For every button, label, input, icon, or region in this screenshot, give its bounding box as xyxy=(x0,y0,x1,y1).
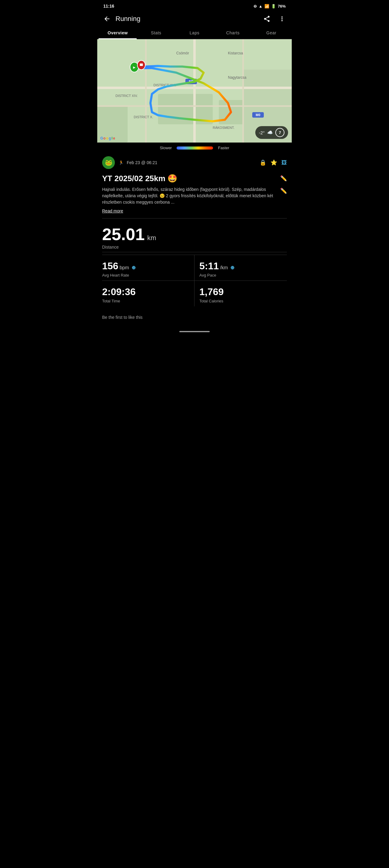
svg-text:e: e xyxy=(113,136,115,141)
heart-rate-unit: bpm xyxy=(120,265,129,271)
avatar: 🐸 xyxy=(102,156,115,169)
svg-text:Kistarcsa: Kistarcsa xyxy=(228,51,243,55)
edit-title-icon[interactable]: ✏️ xyxy=(280,175,287,182)
heart-rate-cell: 156 bpm ⊕ Avg Heart Rate xyxy=(102,255,195,281)
page-title: Running xyxy=(116,15,140,23)
like-section: Be the first to like this xyxy=(97,309,292,329)
distance-stat: 25.01 km Distance xyxy=(97,219,292,252)
activity-row: 🐸 🏃 Feb 23 @ 06:21 🔒 ⭐ 🖼 xyxy=(97,153,292,172)
star-icon[interactable]: ⭐ xyxy=(270,159,277,166)
calories-value-row: 1,769 xyxy=(199,286,287,298)
heart-rate-label: Avg Heart Rate xyxy=(102,273,189,277)
svg-text:M0: M0 xyxy=(256,113,260,117)
home-indicator xyxy=(179,331,210,332)
speed-bar-row: Slower Faster xyxy=(97,143,292,153)
slower-label: Slower xyxy=(160,146,172,150)
time-cell: 2:09:36 Total Time xyxy=(102,281,195,306)
svg-text:DISTRICT X.: DISTRICT X. xyxy=(134,115,153,119)
pace-unit: /km xyxy=(220,265,228,271)
time-value-row: 2:09:36 xyxy=(102,286,189,298)
activity-meta: 🏃 Feb 23 @ 06:21 xyxy=(119,160,256,165)
stats-grid: 156 bpm ⊕ Avg Heart Rate 5:11 /km ⊕ Avg … xyxy=(97,252,292,309)
time: 11:16 xyxy=(103,4,114,8)
tab-charts[interactable]: Charts xyxy=(214,27,252,39)
pace-cell: 5:11 /km ⊕ Avg Pace xyxy=(195,255,287,281)
read-more-link[interactable]: Read more xyxy=(97,207,292,218)
edit-description-icon[interactable]: ✏️ xyxy=(280,188,287,194)
header-left: Running xyxy=(102,14,140,24)
battery-percent: 76% xyxy=(278,4,286,8)
more-button[interactable] xyxy=(277,14,287,24)
signal-icon: 📶 xyxy=(264,4,269,8)
svg-rect-27 xyxy=(140,64,143,66)
time-label: Total Time xyxy=(102,299,189,303)
calories-value: 1,769 xyxy=(199,286,224,298)
run-icon: 🏃 xyxy=(119,160,124,165)
header-right xyxy=(262,14,287,24)
heart-rate-icon: ⊕ xyxy=(132,265,135,271)
add-photo-icon[interactable]: 🖼 xyxy=(282,160,287,166)
faster-label: Faster xyxy=(218,146,229,150)
distance-value-row: 25.01 km xyxy=(102,226,287,243)
weather-overlay: -2° ☁️ 7 xyxy=(255,126,288,139)
pace-value: 5:11 xyxy=(199,260,219,272)
status-bar: 11:16 ⊖ ▲ 📶 🔋 76% xyxy=(97,0,292,11)
tab-bar: Overview Stats Laps Charts Gear xyxy=(97,27,292,39)
pace-icon: ⊕ xyxy=(230,265,234,271)
svg-text:l: l xyxy=(111,136,112,141)
dnd-icon: ⊖ xyxy=(254,4,257,8)
status-icons: ⊖ ▲ 📶 🔋 76% xyxy=(254,4,286,8)
speed-gradient xyxy=(176,147,213,150)
distance-label: Distance xyxy=(102,245,287,250)
svg-text:DISTRICT XIV.: DISTRICT XIV. xyxy=(116,94,138,98)
map-view[interactable]: M0 M0 Csömör Kistarcsa Nagytarcsa DISTRI… xyxy=(97,39,292,143)
distance-value: 25.01 xyxy=(102,225,145,244)
activity-description: Hajnali indulás. Erősen felhős, száraz h… xyxy=(102,186,280,206)
svg-text:o: o xyxy=(103,136,105,141)
calories-label: Total Calories xyxy=(199,299,287,303)
weather-icon: ☁️ xyxy=(267,130,273,135)
time-value: 2:09:36 xyxy=(102,286,135,298)
svg-text:g: g xyxy=(109,136,111,141)
tab-overview[interactable]: Overview xyxy=(98,27,137,39)
svg-text:G: G xyxy=(100,136,103,141)
svg-text:RÁKOSMENT.: RÁKOSMENT. xyxy=(213,126,235,129)
temperature: -2° xyxy=(259,130,265,135)
svg-text:o: o xyxy=(106,136,108,141)
tab-gear[interactable]: Gear xyxy=(252,27,291,39)
activity-date: Feb 23 @ 06:21 xyxy=(127,160,157,165)
activity-icons: 🔒 ⭐ 🖼 xyxy=(260,159,287,166)
zone-badge: 7 xyxy=(275,128,285,137)
bottom-bar xyxy=(97,329,292,336)
pace-label: Avg Pace xyxy=(199,273,287,277)
back-button[interactable] xyxy=(102,14,112,24)
share-button[interactable] xyxy=(262,14,272,24)
activity-title-row: YT 2025/02 25km 🤩 ✏️ xyxy=(97,172,292,186)
header: Running xyxy=(97,11,292,27)
wifi-icon: ▲ xyxy=(259,4,263,8)
heart-rate-value: 156 xyxy=(102,260,118,272)
svg-text:Csömör: Csömör xyxy=(176,51,189,55)
battery-icon: 🔋 xyxy=(271,4,276,8)
pace-value-row: 5:11 /km ⊕ xyxy=(199,260,287,272)
svg-text:Nagytarcsa: Nagytarcsa xyxy=(228,75,247,80)
distance-unit: km xyxy=(148,234,156,242)
lock-icon: 🔒 xyxy=(260,159,266,166)
description-row: Hajnali indulás. Erősen felhős, száraz h… xyxy=(97,186,292,207)
like-text: Be the first to like this xyxy=(102,315,142,320)
heart-rate-value-row: 156 bpm ⊕ xyxy=(102,260,189,272)
tab-stats[interactable]: Stats xyxy=(137,27,175,39)
calories-cell: 1,769 Total Calories xyxy=(195,281,287,306)
svg-text:▶: ▶ xyxy=(133,66,135,69)
activity-title: YT 2025/02 25km 🤩 xyxy=(102,174,280,183)
tab-laps[interactable]: Laps xyxy=(175,27,214,39)
